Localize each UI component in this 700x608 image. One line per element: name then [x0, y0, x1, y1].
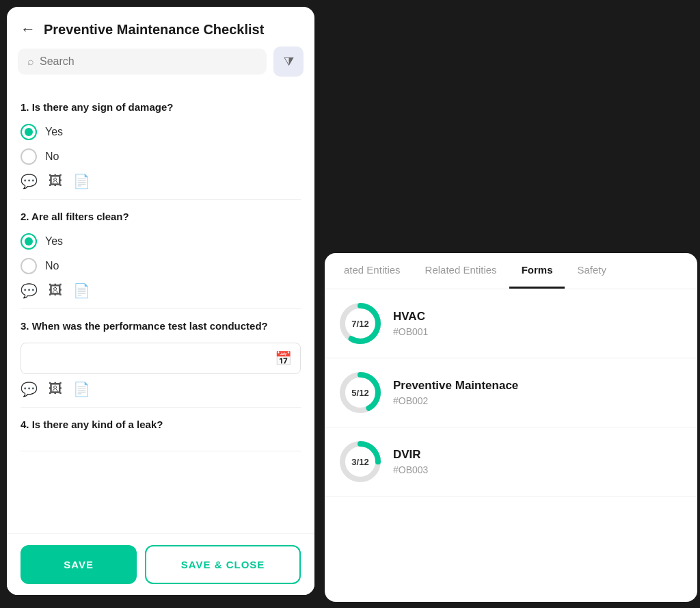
question-1-text: 1. Is there any sign of damage? — [21, 100, 301, 114]
left-panel: ← Preventive Maintenance Checklist ⌕ ⧩ 1… — [7, 7, 314, 595]
form-name-1: Preventive Maintenace — [393, 379, 518, 393]
search-input[interactable] — [40, 55, 257, 68]
question-2-actions: 💬 🖼 📄 — [21, 282, 301, 299]
file-icon-q2[interactable]: 📄 — [73, 282, 90, 299]
question-3-actions: 💬 🖼 📄 — [21, 381, 301, 397]
question-1-actions: 💬 🖼 📄 — [21, 173, 301, 189]
radio-no-circle — [21, 148, 37, 165]
search-icon: ⌕ — [27, 55, 34, 68]
form-info-1: Preventive Maintenace #OB002 — [393, 379, 518, 406]
right-panel: ated Entities Related Entities Forms Saf… — [325, 253, 697, 602]
panel-header: ← Preventive Maintenance Checklist — [7, 7, 314, 47]
form-name-0: HVAC — [393, 310, 428, 323]
form-id-2: #OB003 — [393, 464, 428, 475]
form-progress-label-0: 7/12 — [351, 319, 368, 329]
form-donut-2: 3/12 — [338, 440, 382, 484]
form-progress-label-1: 5/12 — [351, 388, 368, 398]
question-4-block: 4. Is there any kind of a leak? — [21, 408, 301, 451]
form-item-2[interactable]: 3/12 DVIR #OB003 — [325, 427, 697, 497]
form-item-1[interactable]: 5/12 Preventive Maintenace #OB002 — [325, 358, 697, 427]
form-id-0: #OB001 — [393, 326, 428, 337]
image-icon-q2[interactable]: 🖼 — [49, 282, 62, 299]
date-input-wrap: 📅 — [21, 343, 301, 374]
question-3-text: 3. When was the performance test last co… — [21, 319, 301, 333]
tab-related-entities[interactable]: Related Entities — [413, 253, 509, 289]
radio-no-circle-q2 — [21, 258, 37, 274]
search-row: ⌕ ⧩ — [7, 47, 314, 85]
question-2-option-no[interactable]: No — [21, 258, 301, 274]
file-icon-q1[interactable]: 📄 — [73, 173, 90, 189]
date-input[interactable] — [29, 353, 275, 365]
form-donut-0: 7/12 — [338, 302, 382, 345]
filter-icon: ⧩ — [284, 55, 294, 69]
save-close-button[interactable]: SAVE & CLOSE — [145, 545, 301, 584]
back-button[interactable]: ← — [21, 21, 36, 38]
question-2-text: 2. Are all filters clean? — [21, 209, 301, 224]
question-2-yes-label: Yes — [45, 235, 63, 248]
question-2-no-label: No — [45, 260, 59, 272]
image-icon-q3[interactable]: 🖼 — [49, 381, 62, 397]
question-3-block: 3. When was the performance test last co… — [21, 309, 301, 408]
radio-yes-inner — [25, 128, 33, 136]
back-icon: ← — [21, 21, 36, 38]
form-info-0: HVAC #OB001 — [393, 310, 428, 337]
panel-content: 1. Is there any sign of damage? Yes No 💬… — [7, 85, 314, 533]
radio-yes-circle — [21, 124, 37, 140]
form-progress-label-2: 3/12 — [351, 457, 368, 467]
question-1-block: 1. Is there any sign of damage? Yes No 💬… — [21, 90, 301, 200]
form-item-0[interactable]: 7/12 HVAC #OB001 — [325, 289, 697, 358]
question-2-option-yes[interactable]: Yes — [21, 233, 301, 250]
question-1-no-label: No — [45, 150, 59, 163]
radio-yes-inner-q2 — [25, 237, 33, 246]
comment-icon-q3[interactable]: 💬 — [21, 381, 38, 397]
radio-yes-circle-q2 — [21, 233, 37, 250]
tab-safety[interactable]: Safety — [565, 253, 619, 289]
question-1-yes-label: Yes — [45, 126, 63, 138]
question-1-option-yes[interactable]: Yes — [21, 124, 301, 140]
form-donut-1: 5/12 — [338, 371, 382, 414]
save-button[interactable]: SAVE — [21, 545, 137, 584]
search-input-wrap: ⌕ — [18, 49, 267, 75]
panel-title: Preventive Maintenance Checklist — [44, 22, 264, 38]
form-name-2: DVIR — [393, 448, 428, 462]
question-2-block: 2. Are all filters clean? Yes No 💬 🖼 📄 — [21, 200, 301, 309]
calendar-icon[interactable]: 📅 — [275, 350, 292, 367]
panel-footer: SAVE SAVE & CLOSE — [7, 533, 314, 595]
tabs-row: ated Entities Related Entities Forms Saf… — [325, 253, 697, 289]
tab-ated-entities[interactable]: ated Entities — [332, 253, 413, 289]
comment-icon-q1[interactable]: 💬 — [21, 173, 38, 189]
file-icon-q3[interactable]: 📄 — [73, 381, 90, 397]
question-4-text: 4. Is there any kind of a leak? — [21, 417, 301, 432]
image-icon-q1[interactable]: 🖼 — [49, 173, 62, 189]
filter-button[interactable]: ⧩ — [273, 47, 304, 77]
forms-list: 7/12 HVAC #OB001 5/12 Preventive Mainten… — [325, 289, 697, 602]
question-1-option-no[interactable]: No — [21, 148, 301, 165]
form-id-1: #OB002 — [393, 395, 518, 406]
form-info-2: DVIR #OB003 — [393, 448, 428, 475]
tab-forms[interactable]: Forms — [509, 253, 565, 289]
comment-icon-q2[interactable]: 💬 — [21, 282, 38, 299]
